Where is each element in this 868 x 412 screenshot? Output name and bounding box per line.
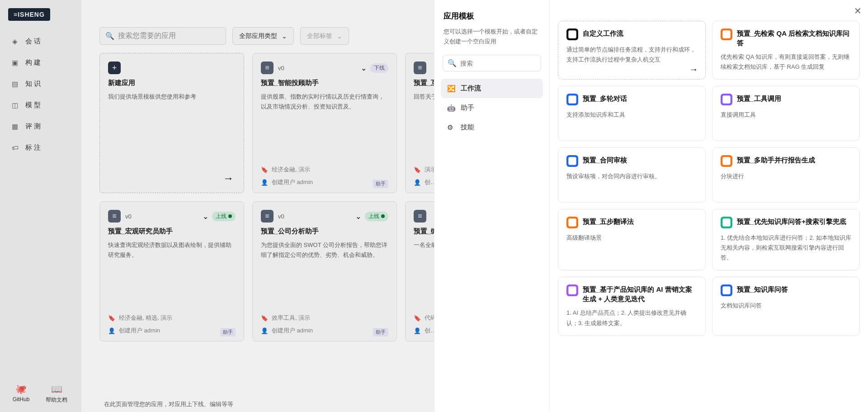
template-icon — [566, 217, 578, 228]
template-desc: 优先检索 QA 知识库，有则直接返回答案，无则继续检索文档知识库，基于 RAG … — [721, 52, 851, 72]
template-card[interactable]: 预置_基于产品知识库的 AI 营销文案生成 + 人类意见迭代1. AI 总结产品… — [558, 277, 706, 336]
template-icon — [566, 284, 578, 296]
cat-workflow[interactable]: 🔀工作流 — [441, 79, 543, 98]
svg-rect-1 — [722, 30, 730, 38]
skill-icon: ⚙ — [447, 123, 455, 132]
template-icon — [566, 155, 578, 167]
template-title: 预置_先检索 QA 后检索文档知识库问答 — [737, 28, 851, 47]
svg-rect-5 — [722, 157, 730, 165]
template-desc: 直接调用工具 — [721, 110, 851, 120]
template-title: 预置_工具调用 — [737, 94, 781, 103]
template-card[interactable]: 自定义工作流通过简单的节点编排任务流程，支持并行和成环，支持工作流执行过程中复杂… — [558, 21, 706, 80]
modal-search[interactable]: 🔍 — [443, 55, 541, 71]
cat-skill[interactable]: ⚙技能 — [441, 118, 543, 137]
search-icon: 🔍 — [448, 59, 457, 67]
svg-rect-7 — [722, 219, 730, 227]
modal-subtitle: 您可以选择一个模板开始，或者自定义创建一个空白应用 — [441, 27, 543, 47]
template-modal: 应用模板 您可以选择一个模板开始，或者自定义创建一个空白应用 🔍 🔀工作流 🤖助… — [434, 0, 868, 412]
svg-rect-9 — [722, 287, 730, 294]
template-title: 预置_多轮对话 — [583, 94, 627, 103]
template-title: 预置_五步翻译法 — [583, 217, 634, 226]
workflow-icon: 🔀 — [447, 85, 455, 93]
arrow-icon: → — [689, 64, 698, 75]
template-desc: 支持添加知识库和工具 — [566, 110, 697, 120]
assistant-icon: 🤖 — [447, 104, 455, 112]
template-card[interactable]: 预置_知识库问答文档知识库问答 — [712, 277, 860, 336]
template-desc: 通过简单的节点编排任务流程，支持并行和成环，支持工作流执行过程中复杂人机交互 — [566, 45, 697, 65]
template-title: 预置_基于产品知识库的 AI 营销文案生成 + 人类意见迭代 — [583, 284, 697, 303]
template-card[interactable]: 预置_工具调用直接调用工具 — [712, 86, 860, 141]
template-desc: 文档知识库问答 — [721, 301, 851, 311]
template-title: 预置_优先知识库问答+搜索引擎兜底 — [737, 217, 846, 226]
template-desc: 高级翻译场景 — [566, 233, 697, 243]
template-card[interactable]: 预置_合同审核预设审核项，对合同内容进行审核。 — [558, 147, 706, 203]
template-title: 预置_知识库问答 — [737, 284, 788, 294]
modal-title: 应用模板 — [441, 11, 543, 21]
svg-rect-6 — [568, 219, 576, 227]
template-icon — [721, 155, 732, 167]
template-card[interactable]: 预置_优先知识库问答+搜索引擎兜底1. 优先结合本地知识库进行问答；2. 如本地… — [712, 209, 860, 270]
template-desc: 预设审核项，对合同内容进行审核。 — [566, 171, 697, 181]
cat-assistant[interactable]: 🤖助手 — [441, 98, 543, 118]
template-card[interactable]: 预置_多轮对话支持添加知识库和工具 — [558, 86, 706, 141]
template-icon — [721, 217, 732, 228]
template-icon — [721, 28, 732, 40]
svg-rect-2 — [568, 96, 576, 104]
template-desc: 1. 优先结合本地知识库进行问答；2. 如本地知识库无相关内容，则检索互联网搜索… — [721, 233, 851, 263]
modal-content: ✕ 自定义工作流通过简单的节点编排任务流程，支持并行和成环，支持工作流执行过程中… — [550, 0, 868, 412]
template-desc: 1. AI 总结产品亮点；2. 人类提出修改意见并确认；3. 生成最终文案。 — [566, 308, 697, 328]
modal-search-input[interactable] — [460, 60, 539, 67]
modal-sidebar: 应用模板 您可以选择一个模板开始，或者自定义创建一个空白应用 🔍 🔀工作流 🤖助… — [434, 0, 550, 412]
template-card[interactable]: 预置_五步翻译法高级翻译场景 — [558, 209, 706, 270]
svg-rect-0 — [568, 30, 576, 38]
template-desc: 分块进行 — [721, 171, 851, 181]
close-button[interactable]: ✕ — [854, 5, 862, 16]
template-icon — [721, 284, 732, 296]
template-icon — [566, 94, 578, 105]
svg-rect-3 — [722, 96, 730, 104]
template-title: 自定义工作流 — [583, 28, 623, 38]
svg-rect-8 — [568, 287, 576, 294]
template-icon — [721, 94, 732, 105]
template-icon — [566, 28, 578, 40]
template-card[interactable]: 预置_先检索 QA 后检索文档知识库问答优先检索 QA 知识库，有则直接返回答案… — [712, 21, 860, 80]
template-title: 预置_多助手并行报告生成 — [737, 155, 815, 165]
template-title: 预置_合同审核 — [583, 155, 627, 165]
template-card[interactable]: 预置_多助手并行报告生成分块进行 — [712, 147, 860, 203]
svg-rect-4 — [568, 157, 576, 165]
